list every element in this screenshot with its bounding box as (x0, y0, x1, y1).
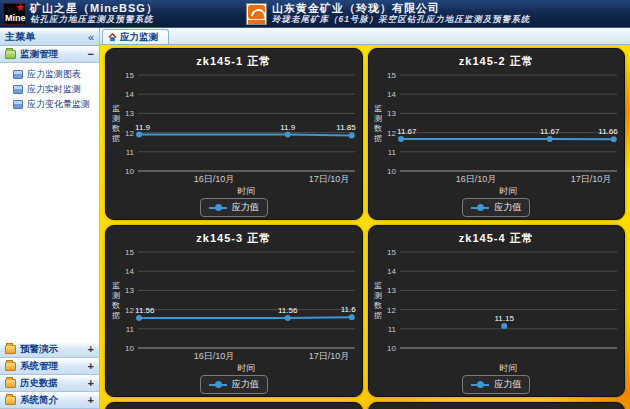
chart-panel-zk145-2: zk145-2 正常 151413121110监测数据16日/10月17日/10… (368, 48, 626, 220)
svg-text:数: 数 (112, 301, 120, 310)
svg-text:15: 15 (387, 248, 396, 257)
svg-text:时间: 时间 (500, 186, 518, 196)
legend-marker-icon (209, 381, 227, 388)
sidebar-header: 主菜单 « (0, 28, 99, 46)
svg-text:10: 10 (125, 167, 134, 176)
sidebar-section-system-mgmt[interactable]: 系统管理 + (0, 358, 99, 375)
sidebar-section-history-data[interactable]: 历史数据 + (0, 375, 99, 392)
svg-text:时间: 时间 (237, 363, 255, 373)
logo-strip (248, 20, 265, 24)
tab-stress-monitor[interactable]: 应力监测 (102, 29, 169, 44)
chart-panel-zk145-3: zk145-3 正常 151413121110监测数据16日/10月17日/10… (105, 225, 363, 397)
app-title-block: 矿山之星（MineBSG） 钻孔应力地压监测及预警系统 (30, 2, 158, 24)
svg-text:14: 14 (125, 90, 134, 99)
section-label: 历史数据 (20, 377, 84, 390)
tree-item-label: 应力监测图表 (27, 68, 81, 81)
expand-plus-button[interactable]: + (88, 362, 94, 371)
line-chart: 151413121110监测数据16日/10月17日/10月时间11.911.9… (108, 69, 360, 197)
svg-text:12: 12 (125, 129, 134, 138)
line-chart: 151413121110监测数据时间11.15 (370, 246, 622, 374)
svg-text:11.67: 11.67 (397, 127, 417, 136)
svg-text:11.6: 11.6 (341, 305, 357, 314)
legend-stress-value[interactable]: 应力值 (200, 198, 268, 217)
svg-text:13: 13 (125, 286, 134, 295)
expand-plus-button[interactable]: + (88, 345, 94, 354)
svg-text:11.9: 11.9 (135, 123, 151, 132)
company-logo-icon (246, 3, 267, 25)
sidebar-collapse-button[interactable]: « (88, 32, 94, 42)
chart-panel-zk145-1: zk145-1 正常 151413121110监测数据16日/10月17日/10… (105, 48, 363, 220)
dashboard-grid: zk145-1 正常 151413121110监测数据16日/10月17日/10… (100, 45, 630, 409)
main-area: 应力监测 zk145-1 正常 151413121110监测数据16日/10月1… (100, 28, 630, 409)
chart-title: zk145-4 正常 (459, 231, 534, 246)
table-icon (13, 100, 23, 109)
svg-text:监: 监 (112, 281, 120, 290)
sidebar-item-stress-chart[interactable]: 应力监测图表 (0, 67, 99, 82)
section-label: 系统管理 (20, 360, 84, 373)
svg-text:时间: 时间 (500, 363, 518, 373)
section-label: 系统简介 (20, 394, 84, 407)
svg-text:17日/10月: 17日/10月 (571, 174, 612, 184)
folder-icon (5, 50, 16, 59)
legend-label: 应力值 (494, 378, 521, 391)
line-chart: 151413121110监测数据16日/10月17日/10月时间11.5611.… (108, 246, 360, 374)
sidebar-section-monitor-mgmt[interactable]: 监测管理 − (0, 46, 99, 63)
svg-text:时间: 时间 (237, 186, 255, 196)
svg-text:11.15: 11.15 (495, 314, 515, 323)
chart-panel-partial (105, 402, 363, 409)
sidebar-tree: 应力监测图表 应力实时监测 应力变化量监测 (0, 63, 99, 114)
section-label: 预警演示 (20, 343, 84, 356)
svg-text:10: 10 (387, 167, 396, 176)
chart-panel-zk145-4: zk145-4 正常 151413121110监测数据时间11.15 应力值 (368, 225, 626, 397)
svg-text:测: 测 (112, 291, 120, 300)
svg-text:11.9: 11.9 (280, 123, 296, 132)
gold-swirl-icon (248, 5, 265, 19)
svg-text:13: 13 (387, 286, 396, 295)
expand-plus-button[interactable]: + (88, 396, 94, 405)
folder-icon (5, 362, 16, 371)
legend-stress-value[interactable]: 应力值 (462, 375, 530, 394)
sidebar-item-stress-realtime[interactable]: 应力实时监测 (0, 82, 99, 97)
svg-text:测: 测 (374, 291, 382, 300)
legend-marker-icon (471, 204, 489, 211)
sidebar-item-stress-delta[interactable]: 应力变化量监测 (0, 97, 99, 112)
tab-label: 应力监测 (120, 31, 158, 44)
svg-text:10: 10 (387, 344, 396, 353)
svg-text:13: 13 (387, 109, 396, 118)
svg-text:12: 12 (387, 306, 396, 315)
svg-text:11: 11 (125, 148, 134, 157)
table-icon (13, 85, 23, 94)
svg-text:17日/10月: 17日/10月 (308, 351, 349, 361)
chart-title: zk145-2 正常 (459, 54, 534, 69)
svg-text:据: 据 (112, 311, 120, 320)
company-subtitle: 玲珑老尾矿库（61号脉）采空区钻孔应力地压监测及预警系统 (272, 15, 530, 25)
legend-stress-value[interactable]: 应力值 (200, 375, 268, 394)
tree-item-label: 应力实时监测 (27, 83, 81, 96)
expand-plus-button[interactable]: + (88, 379, 94, 388)
svg-text:14: 14 (387, 90, 396, 99)
legend-label: 应力值 (232, 378, 259, 391)
sidebar-section-system-intro[interactable]: 系统简介 + (0, 392, 99, 409)
logo-text: Mine (5, 13, 26, 23)
svg-text:15: 15 (125, 248, 134, 257)
svg-text:17日/10月: 17日/10月 (308, 174, 349, 184)
svg-text:监: 监 (374, 104, 382, 113)
svg-text:16日/10月: 16日/10月 (456, 174, 497, 184)
svg-text:11.66: 11.66 (599, 127, 619, 136)
tree-item-label: 应力变化量监测 (27, 98, 90, 111)
svg-text:13: 13 (125, 109, 134, 118)
svg-text:16日/10月: 16日/10月 (193, 351, 234, 361)
app-subtitle: 钻孔应力地压监测及预警系统 (30, 15, 158, 25)
svg-text:监: 监 (374, 281, 382, 290)
chart-panel-partial (368, 402, 626, 409)
collapse-minus-button[interactable]: − (88, 50, 94, 59)
svg-text:据: 据 (374, 311, 382, 320)
legend-stress-value[interactable]: 应力值 (462, 198, 530, 217)
svg-text:11.56: 11.56 (278, 306, 298, 315)
sidebar-section-warning-demo[interactable]: 预警演示 + (0, 341, 99, 358)
legend-marker-icon (471, 381, 489, 388)
folder-icon (5, 345, 16, 354)
svg-text:10: 10 (125, 344, 134, 353)
svg-text:14: 14 (387, 267, 396, 276)
sidebar: 主菜单 « 监测管理 − 应力监测图表 应力实时监测 应力变化量监测 (0, 28, 100, 409)
